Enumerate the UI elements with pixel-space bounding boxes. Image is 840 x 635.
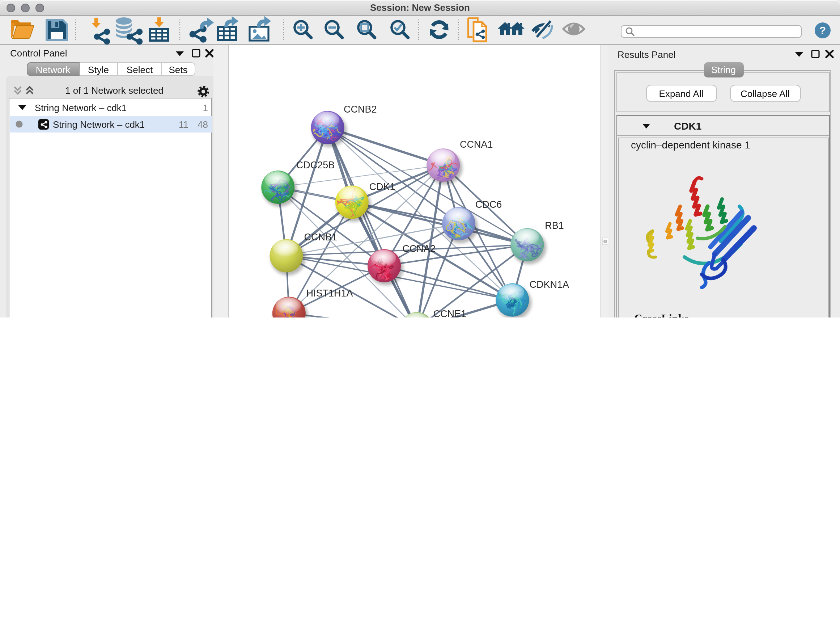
svg-text:CDC6: CDC6 (475, 199, 502, 210)
svg-text:CCNE1: CCNE1 (433, 309, 467, 318)
svg-text:CDC25B: CDC25B (296, 160, 335, 171)
svg-text:CCNB2: CCNB2 (344, 104, 377, 115)
svg-text:HIST1H1A: HIST1H1A (306, 288, 353, 299)
svg-text:CDK1: CDK1 (369, 181, 395, 192)
svg-text:1 of 1 Network selected: 1 of 1 Network selected (65, 85, 164, 96)
svg-text:CDK1: CDK1 (674, 120, 701, 132)
svg-text:String Network – cdk1: String Network – cdk1 (53, 119, 145, 130)
svg-text:RB1: RB1 (545, 220, 564, 231)
svg-text:48: 48 (197, 119, 208, 130)
svg-text:1: 1 (203, 102, 208, 113)
svg-text:CCNB1: CCNB1 (304, 232, 337, 242)
svg-text:CCNA1: CCNA1 (460, 139, 493, 150)
svg-text:CCNA2: CCNA2 (402, 243, 436, 254)
svg-text:11: 11 (179, 119, 188, 130)
svg-text:CDKN1A: CDKN1A (529, 279, 569, 290)
svg-text:String Network – cdk1: String Network – cdk1 (35, 102, 126, 113)
